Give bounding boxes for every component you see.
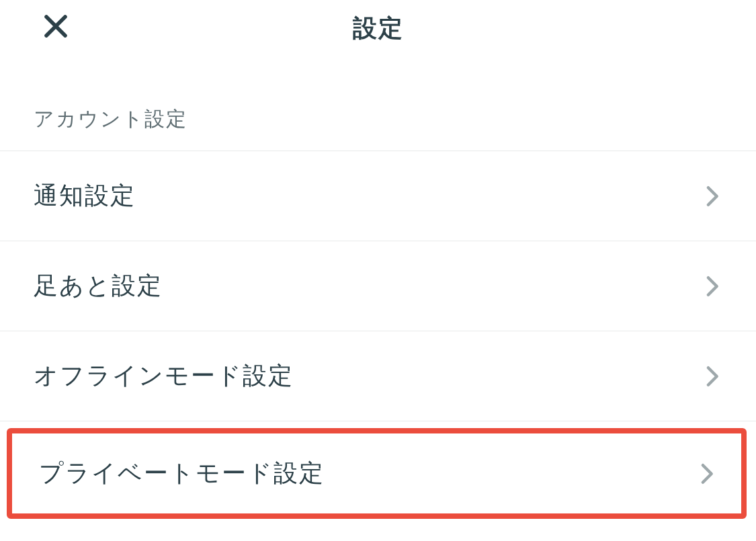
list-item-label: プライベートモード設定 xyxy=(39,457,325,490)
list-item-label: 通知設定 xyxy=(34,179,136,212)
chevron-right-icon xyxy=(698,462,717,485)
settings-item-offline-mode[interactable]: オフラインモード設定 xyxy=(0,331,756,421)
close-icon xyxy=(42,12,70,40)
chevron-right-icon xyxy=(704,185,722,208)
settings-item-notifications[interactable]: 通知設定 xyxy=(0,151,756,241)
list-item-label: 足あと設定 xyxy=(34,269,163,302)
settings-item-private-mode[interactable]: プライベートモード設定 xyxy=(12,433,741,513)
list-item-label: オフラインモード設定 xyxy=(34,360,294,392)
chevron-right-icon xyxy=(704,365,722,388)
close-button[interactable] xyxy=(42,12,70,40)
highlighted-item-box: プライベートモード設定 xyxy=(7,428,747,519)
section-header: アカウント設定 xyxy=(0,72,756,151)
chevron-right-icon xyxy=(704,275,722,298)
header: 設定 xyxy=(0,0,756,72)
page-title: 設定 xyxy=(35,12,721,45)
settings-item-footprint[interactable]: 足あと設定 xyxy=(0,241,756,331)
